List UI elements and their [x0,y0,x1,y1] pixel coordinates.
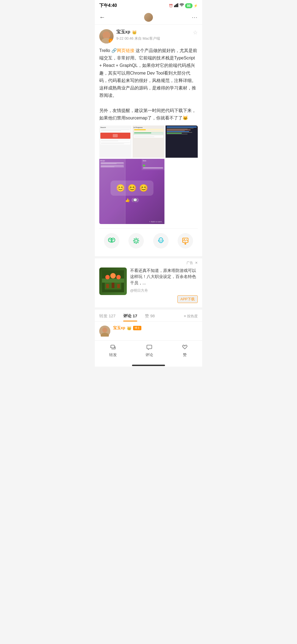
svg-point-30 [110,273,116,279]
svg-rect-2 [176,4,177,7]
svg-rect-38 [111,345,114,348]
share-moments-button[interactable] [128,233,144,249]
svg-point-16 [133,240,134,241]
comment-user-row: 宝玉xp 👑 博主 [113,326,141,331]
ad-close-button[interactable]: ✕ [195,261,198,265]
like-icon [182,344,188,351]
svg-point-29 [105,275,110,279]
svg-point-14 [136,238,137,239]
comment-icon [146,344,152,351]
svg-rect-0 [174,6,175,7]
post-image-1[interactable]: Search [99,125,131,158]
svg-point-6 [104,32,109,38]
svg-point-20 [134,242,135,243]
tab-bar: 转发 127 评论 17 赞 98 ≡ 按热度 [95,310,202,322]
svg-point-8 [111,238,115,242]
share-actions [99,228,198,252]
like-label: 赞 [183,353,187,358]
svg-rect-34 [117,284,120,288]
svg-point-25 [184,239,185,240]
blogger-badge: 博主 [133,326,141,330]
svg-point-36 [102,328,107,332]
tab-repost[interactable]: 转发 127 [99,313,116,321]
share-wechat-button[interactable] [104,233,119,249]
user-meta: 9-22 00:46 来自 Mac客户端 [116,36,193,41]
comment-user-name[interactable]: 宝玉xp [113,326,125,331]
user-info: 宝玉xp 👑 9-22 00:46 来自 Mac客户端 [116,29,193,41]
ad-thumbnail [99,268,127,295]
user-header: V 宝玉xp 👑 9-22 00:46 来自 Mac客户端 ☆ [99,29,198,43]
back-button[interactable]: ← [99,14,105,21]
post-text: Trello 🔗网页链接 这个产品做的挺好的，尤其是前端交互，非常好用。它前端的… [99,47,198,122]
ad-card[interactable]: 不看还真不知道，原来塔防游戏可以这样玩！八大职业设定，百余名特色干员，... @… [99,268,198,303]
bottom-action-bar: 转发 评论 赞 [95,340,202,363]
crown-icon: 👑 [132,30,137,34]
more-options-button[interactable]: ··· [192,15,198,20]
battery-indicator: 86 [185,3,193,8]
svg-rect-28 [102,279,124,283]
post-image-2[interactable]: In Progress [133,125,165,158]
svg-point-21 [138,242,139,243]
repost-icon [110,344,116,351]
ad-info: 不看还真不知道，原来塔防游戏可以这样玩！八大职业设定，百余名特色干员，... @… [130,268,198,303]
repost-label: 转发 [109,353,117,358]
comment-item: 宝玉xp 👑 博主 [95,322,202,340]
signal-icon [174,3,178,8]
ad-source: @明日方舟 [130,288,198,293]
svg-rect-3 [177,3,178,7]
ad-download-button[interactable]: APP下载 [177,295,198,303]
share-snapchat-button[interactable] [153,233,169,249]
tab-likes[interactable]: 赞 98 [145,313,155,321]
post-text-reminder: 另外，友情提醒，建议第一时间把代码下载下来，如果他们禁用sourcemap了，你… [99,108,196,120]
verified-badge: V [109,39,113,43]
like-button[interactable]: 赞 [182,344,188,358]
status-bar: 下午4:40 ⏰ 86 ⚡ [95,0,202,10]
svg-point-19 [138,238,139,239]
ad-section: 广告 ✕ 不看还真不知道，原来塔防游戏可以这样玩！八大职业设定，百余名特色干员，… [95,258,202,308]
repost-button[interactable]: 转发 [109,344,117,358]
svg-point-9 [109,239,110,240]
svg-point-31 [116,275,121,279]
home-bar [132,365,165,366]
top-nav: ← ··· [95,10,202,25]
svg-point-10 [110,239,111,240]
comment-label: 评论 [145,353,153,358]
ad-title: 不看还真不知道，原来塔防游戏可以这样玩！八大职业设定，百余名特色干员，... [130,268,198,286]
comment-content: 宝玉xp 👑 博主 [113,326,141,331]
status-icons: ⏰ 86 ⚡ [169,3,198,8]
svg-rect-32 [106,284,109,288]
nav-avatar [144,13,153,22]
post-link[interactable]: 🔗网页链接 [111,48,134,53]
svg-point-15 [136,243,137,244]
post-images[interactable]: Search In Progress [99,125,198,224]
post-content-area: V 宝玉xp 👑 9-22 00:46 来自 Mac客户端 ☆ Trello 🔗… [95,25,202,256]
save-image-button[interactable] [178,233,193,249]
sort-icon: ≡ [184,314,187,318]
svg-point-13 [135,239,138,242]
post-image-3[interactable] [166,125,198,158]
svg-point-17 [138,240,139,241]
svg-point-18 [134,238,135,239]
post-image-center[interactable]: 😊 😊 😊 👍 💬 Recipe [99,159,164,224]
svg-point-11 [112,239,113,240]
sort-button[interactable]: ≡ 按热度 [184,314,198,321]
comment-avatar[interactable] [99,326,110,337]
tab-comments[interactable]: 评论 17 [123,313,137,321]
charging-icon: ⚡ [194,4,198,8]
post-text-trello: Trello [99,48,111,53]
svg-rect-1 [175,5,176,7]
comment-button[interactable]: 评论 [145,344,153,358]
comments-section: 转发 127 评论 17 赞 98 ≡ 按热度 宝玉xp 👑 博主 [95,310,202,340]
comment-crown-icon: 👑 [127,326,131,330]
svg-point-23 [161,239,162,240]
ad-label: 广告 ✕ [99,258,198,268]
post-text-main: 这个产品做的挺好的，尤其是前端交互，非常好用。它前端的技术栈是TypeScrip… [99,48,197,98]
alarm-icon: ⏰ [169,4,173,8]
avatar[interactable]: V [99,29,114,43]
bookmark-button[interactable]: ☆ [193,29,198,36]
status-time: 下午4:40 [99,3,117,9]
user-name[interactable]: 宝玉xp [116,29,130,35]
svg-point-22 [160,239,160,240]
home-indicator [95,363,202,367]
svg-point-12 [113,239,114,240]
